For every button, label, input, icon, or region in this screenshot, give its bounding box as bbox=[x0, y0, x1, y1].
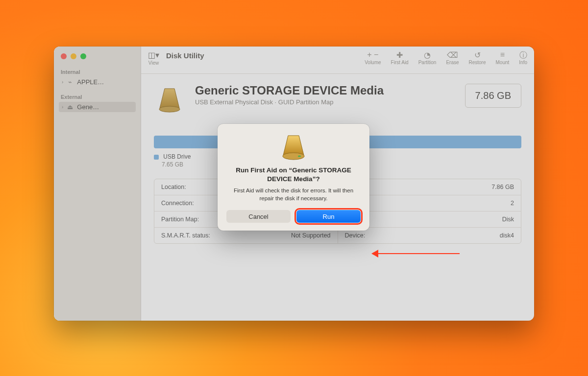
minimize-window-button[interactable] bbox=[71, 53, 76, 59]
toolbar-label: Volume bbox=[365, 60, 381, 65]
sidebar: Internal › ⌁ APPLE… External › ⏏ Gene… bbox=[54, 47, 141, 321]
erase-icon: ⌫ bbox=[446, 50, 459, 59]
detail-label: Partition Map: bbox=[161, 216, 199, 223]
svg-point-0 bbox=[159, 106, 180, 112]
external-disk-icon: ⏏ bbox=[66, 103, 74, 111]
info-icon: ⓘ bbox=[519, 50, 527, 59]
detail-label: Connection: bbox=[161, 200, 194, 207]
legend-swatch-icon bbox=[154, 155, 159, 160]
chevron-right-icon: › bbox=[62, 104, 63, 110]
external-disk-large-icon bbox=[276, 133, 311, 162]
detail-value: 7.86 GB bbox=[491, 184, 514, 190]
legend-name: USB Drive bbox=[163, 153, 191, 160]
sheet-title: Run First Aid on “Generic STORAGE DEVICE… bbox=[226, 166, 361, 183]
toolbar-volume-button[interactable]: + − Volume bbox=[360, 50, 386, 65]
disk-hero-icon bbox=[154, 84, 185, 115]
window-traffic-lights bbox=[59, 53, 136, 59]
toolbar-erase-button[interactable]: ⌫ Erase bbox=[441, 50, 464, 65]
svg-point-2 bbox=[298, 156, 301, 157]
detail-label: Device: bbox=[345, 232, 366, 239]
sidebar-group-external: External bbox=[61, 94, 134, 100]
toolbar: ◫▾ View Disk Utility + − Volume ✚ First … bbox=[141, 47, 534, 74]
toolbar-label: Restore bbox=[469, 60, 486, 65]
chevron-right-icon: › bbox=[62, 79, 63, 85]
detail-value: Disk bbox=[502, 216, 514, 223]
sidebar-item-label: Gene… bbox=[77, 103, 99, 111]
toolbar-restore-button[interactable]: ↺ Restore bbox=[464, 50, 491, 65]
toolbar-label: Erase bbox=[446, 60, 459, 65]
capacity-badge: 7.86 GB bbox=[465, 84, 521, 108]
sidebar-item-internal-disk[interactable]: › ⌁ APPLE… bbox=[59, 77, 136, 87]
internal-disk-icon: ⌁ bbox=[66, 78, 74, 86]
toolbar-label: Info bbox=[519, 60, 527, 65]
sidebar-group-internal: Internal bbox=[61, 69, 134, 75]
close-window-button[interactable] bbox=[61, 53, 67, 59]
toolbar-info-button[interactable]: ⓘ Info bbox=[514, 50, 527, 65]
detail-label: S.M.A.R.T. status: bbox=[161, 232, 210, 239]
mount-icon: ≡ bbox=[496, 50, 510, 59]
sidebar-item-external-disk[interactable]: › ⏏ Gene… bbox=[59, 102, 136, 112]
toolbar-label: Partition bbox=[418, 60, 437, 65]
toolbar-view-button[interactable]: ◫▾ View bbox=[148, 50, 159, 66]
disk-subtitle: USB External Physical Disk · GUID Partit… bbox=[195, 98, 455, 106]
toolbar-partition-button[interactable]: ◔ Partition bbox=[414, 50, 441, 65]
plus-minus-icon: + − bbox=[365, 50, 381, 59]
button-label: Run bbox=[323, 213, 335, 220]
detail-value: Not Supported bbox=[291, 232, 331, 239]
toolbar-label: First Aid bbox=[391, 60, 409, 65]
toolbar-mount-button[interactable]: ≡ Mount bbox=[491, 50, 514, 65]
restore-icon: ↺ bbox=[469, 50, 486, 59]
pie-icon-icon: ◔ bbox=[418, 50, 437, 59]
annotation-arrow-icon bbox=[371, 251, 460, 256]
toolbar-label: View bbox=[148, 60, 159, 66]
detail-label: Location: bbox=[161, 184, 186, 190]
detail-value: 2 bbox=[511, 200, 514, 207]
sidebar-toggle-icon: ◫▾ bbox=[148, 50, 159, 60]
first-aid-confirm-sheet: Run First Aid on “Generic STORAGE DEVICE… bbox=[218, 124, 369, 231]
toolbar-first-aid-button[interactable]: ✚ First Aid bbox=[386, 50, 414, 65]
sheet-body: First Aid will check the disk for errors… bbox=[226, 187, 361, 202]
sidebar-item-label: APPLE… bbox=[77, 78, 104, 86]
zoom-window-button[interactable] bbox=[80, 53, 86, 59]
button-label: Cancel bbox=[248, 213, 268, 220]
app-title: Disk Utility bbox=[166, 51, 204, 60]
svg-point-1 bbox=[283, 153, 304, 160]
toolbar-label: Mount bbox=[496, 60, 510, 65]
stethoscope-icon: ✚ bbox=[391, 50, 409, 59]
detail-value: disk4 bbox=[500, 232, 514, 239]
disk-title: Generic STORAGE DEVICE Media bbox=[195, 84, 455, 97]
run-button[interactable]: Run bbox=[296, 210, 361, 223]
cancel-button[interactable]: Cancel bbox=[226, 210, 291, 223]
